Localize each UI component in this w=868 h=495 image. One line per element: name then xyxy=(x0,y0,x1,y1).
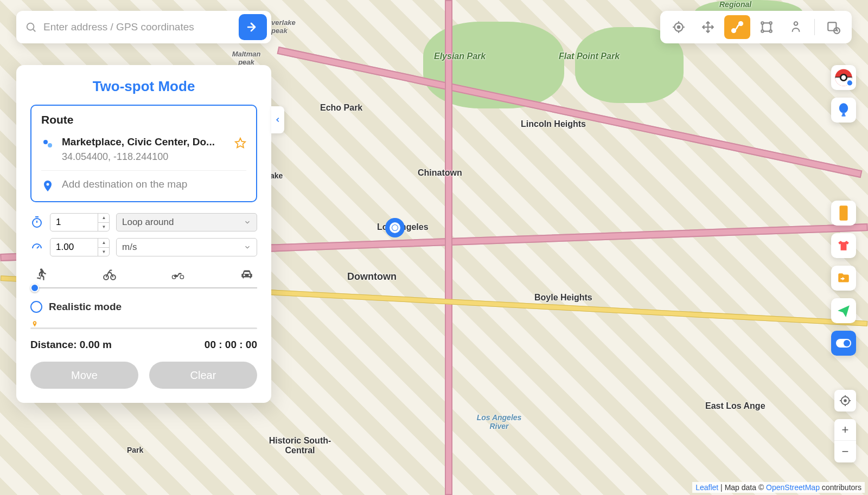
tool-joystick[interactable] xyxy=(783,15,809,39)
osm-link[interactable]: OpenStreetMap xyxy=(766,483,820,492)
realistic-mode-label: Realistic mode xyxy=(49,301,122,313)
radio-icon xyxy=(30,301,42,313)
speedometer-icon xyxy=(30,241,43,254)
svg-point-11 xyxy=(104,275,108,280)
search-submit-button[interactable] xyxy=(239,14,267,40)
map-road xyxy=(277,47,863,178)
crosshair-icon xyxy=(672,20,686,34)
route-box: Route Marketplace, Civic Center, Do... 3… xyxy=(30,105,257,202)
progress-track xyxy=(30,327,257,329)
side-btn-import[interactable] xyxy=(831,266,856,291)
action-buttons: Move Clear xyxy=(30,362,257,389)
speed-unit-select[interactable]: m/s xyxy=(116,238,257,256)
tool-history[interactable] xyxy=(820,15,846,39)
svg-point-14 xyxy=(180,275,184,279)
map-label-boyle-heights: Boyle Heights xyxy=(534,293,592,303)
slider-thumb[interactable] xyxy=(30,284,39,292)
search-input[interactable] xyxy=(37,21,239,33)
speed-preset-icons xyxy=(30,263,257,281)
progress-pin-icon[interactable] xyxy=(30,318,39,331)
tool-jump[interactable] xyxy=(695,15,721,39)
map-label-la-river: Los Angeles River xyxy=(472,413,526,430)
map-label-echo-park: Echo Park xyxy=(320,103,362,113)
svg-point-38 xyxy=(844,340,850,346)
current-location-marker[interactable] xyxy=(385,218,405,237)
timer-icon xyxy=(30,216,43,229)
svg-point-17 xyxy=(678,26,680,28)
side-btn-device[interactable] xyxy=(831,201,856,226)
folder-import-icon xyxy=(837,271,851,285)
recenter-button[interactable] xyxy=(834,390,856,412)
clear-button[interactable]: Clear xyxy=(149,362,257,389)
move-arrows-icon xyxy=(701,20,715,34)
map-label-lake: ake xyxy=(270,171,283,180)
multi-route-icon xyxy=(760,20,774,34)
side-toolbar-lower xyxy=(831,201,856,356)
phone-icon xyxy=(838,205,850,221)
move-button[interactable]: Move xyxy=(30,362,138,389)
svg-point-12 xyxy=(111,275,116,280)
svg-point-32 xyxy=(840,74,846,80)
side-btn-pokeball[interactable] xyxy=(831,65,856,90)
tool-teleport[interactable] xyxy=(666,15,692,39)
route-destination-item[interactable]: Marketplace, Civic Center, Do... 34.0544… xyxy=(41,134,246,171)
svg-point-24 xyxy=(761,22,763,24)
map-history-icon xyxy=(826,20,840,34)
svg-point-2 xyxy=(43,140,48,144)
paper-plane-icon xyxy=(837,304,851,318)
leaflet-link[interactable]: Leaflet xyxy=(695,483,718,492)
bicycle-icon[interactable] xyxy=(103,267,117,281)
svg-line-9 xyxy=(37,246,39,248)
distance-label: Distance: 0.00 m xyxy=(30,339,112,351)
svg-point-15 xyxy=(34,322,36,324)
svg-point-40 xyxy=(844,400,846,402)
route-icon xyxy=(730,20,744,34)
svg-marker-4 xyxy=(235,138,245,147)
panel-collapse-toggle[interactable] xyxy=(271,106,284,133)
realistic-mode-toggle[interactable]: Realistic mode xyxy=(30,301,257,313)
svg-point-28 xyxy=(794,22,798,25)
side-btn-hot-air[interactable] xyxy=(831,98,856,123)
loop-mode-select[interactable]: Loop around xyxy=(116,213,257,232)
side-btn-tshirt[interactable] xyxy=(831,233,856,258)
speed-value-spinner[interactable]: ▲▼ xyxy=(98,238,110,256)
map-label-downtown: Downtown xyxy=(347,271,397,282)
map-label-maltman-peak: Maltman peak xyxy=(230,50,263,66)
side-btn-send[interactable] xyxy=(831,298,856,323)
zoom-out-button[interactable]: − xyxy=(834,441,856,462)
destination-name: Marketplace, Civic Center, Do... xyxy=(62,136,227,148)
toggle-icon xyxy=(835,338,852,348)
slider-track xyxy=(30,287,257,288)
pin-icon xyxy=(41,179,54,192)
speed-slider[interactable] xyxy=(30,282,257,293)
svg-point-33 xyxy=(847,80,853,86)
car-icon[interactable] xyxy=(240,267,254,281)
tool-multi-spot[interactable] xyxy=(754,15,780,39)
zoom-in-button[interactable]: + xyxy=(834,419,856,441)
distance-time-row: Distance: 0.00 m 00 : 00 : 00 xyxy=(30,339,257,351)
svg-line-1 xyxy=(33,29,35,31)
add-destination-row[interactable]: Add destination on the map xyxy=(41,171,246,192)
route-progress[interactable] xyxy=(30,320,257,331)
tshirt-icon xyxy=(837,239,851,253)
chevron-down-icon xyxy=(244,218,251,226)
svg-rect-36 xyxy=(840,205,848,221)
favorite-star-icon[interactable] xyxy=(234,137,246,149)
chevron-left-icon xyxy=(274,116,282,124)
svg-point-0 xyxy=(27,23,34,30)
balloon-icon xyxy=(836,102,851,118)
destination-coords: 34.054400, -118.244100 xyxy=(62,151,227,163)
person-icon xyxy=(789,20,803,34)
map-label-historic-south: Historic South-Central xyxy=(265,436,335,455)
loop-count-spinner[interactable]: ▲▼ xyxy=(98,213,110,232)
walk-icon[interactable] xyxy=(34,267,48,281)
side-btn-toggle[interactable] xyxy=(831,331,856,356)
chevron-down-icon xyxy=(244,243,251,251)
map-label-chinatown: Chinatown xyxy=(418,168,462,178)
locate-icon xyxy=(839,395,851,407)
route-panel: Two-spot Mode Route Marketplace, Civic C… xyxy=(16,65,271,403)
tool-two-spot[interactable] xyxy=(724,15,750,39)
svg-rect-29 xyxy=(828,22,836,30)
svg-point-5 xyxy=(47,183,49,186)
motorcycle-icon[interactable] xyxy=(171,267,185,281)
